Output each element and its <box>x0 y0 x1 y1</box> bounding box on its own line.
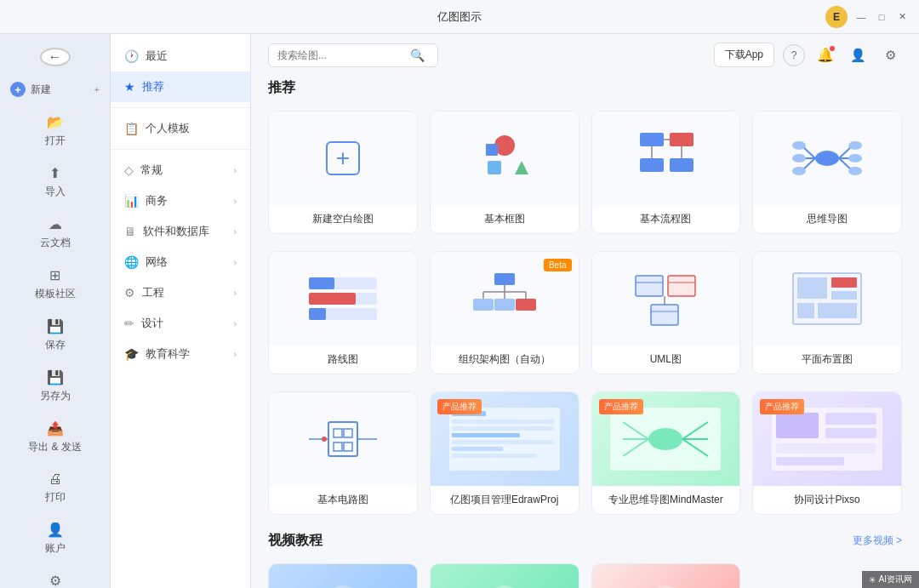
nav-general-label: 常规 <box>140 163 163 178</box>
template-img-basic-frame <box>431 111 579 205</box>
sidebar-saveas-label: 另存为 <box>40 389 71 403</box>
template-card-new-blank[interactable]: + 新建空白绘图 <box>268 111 418 234</box>
svg-point-22 <box>848 154 862 163</box>
app-title: 亿图图示 <box>437 9 482 25</box>
sidebar-item-import[interactable]: ⬆ 导入 <box>0 157 110 208</box>
help-button[interactable]: ? <box>783 44 805 66</box>
settings-button[interactable]: ⚙ <box>878 43 902 67</box>
template-card-route[interactable]: 路线图 <box>268 251 418 374</box>
notification-button[interactable]: 🔔 <box>813 43 837 67</box>
video-section-header: 视频教程 更多视频 > <box>268 532 902 550</box>
import-icon: ⬆ <box>49 165 60 181</box>
close-button[interactable]: ✕ <box>895 10 909 24</box>
svg-rect-27 <box>309 277 334 289</box>
template-card-org-auto[interactable]: Beta 组织架构图（自动） <box>430 251 579 374</box>
template-img-layout <box>753 252 901 345</box>
new-plus-icon: + <box>94 84 100 94</box>
template-card-pixso[interactable]: 产品推荐 协同设计Pixso <box>752 391 902 515</box>
minimize-button[interactable]: — <box>854 10 868 24</box>
watermark-icon: ✳ <box>869 575 876 585</box>
search-box[interactable]: 🔍 <box>268 43 438 67</box>
plus-big-icon: + <box>326 141 360 175</box>
sidebar-item-community[interactable]: ⊞ 模板社区 <box>0 259 110 310</box>
personal-icon: 📋 <box>124 122 139 135</box>
template-card-circuit[interactable]: 基本电路图 <box>268 391 418 515</box>
template-card-mind-map[interactable]: 思维导图 <box>752 111 902 234</box>
nav-item-network[interactable]: 🌐 网络 › <box>111 247 250 277</box>
search-input[interactable] <box>277 49 405 61</box>
search-icon: 🔍 <box>410 49 425 62</box>
save-icon: 💾 <box>47 318 64 334</box>
template-card-mindmaster[interactable]: 产品推荐 专业思维导图MindMaster <box>591 391 741 515</box>
chevron-right-icon-5: › <box>234 288 237 298</box>
nav-item-personal[interactable]: 📋 个人模板 <box>111 113 250 144</box>
video-grid <box>268 563 902 588</box>
svg-rect-43 <box>651 305 678 325</box>
svg-point-58 <box>322 437 327 442</box>
svg-rect-64 <box>452 433 520 437</box>
export-icon: 📤 <box>47 420 64 437</box>
svg-rect-36 <box>473 299 494 311</box>
template-card-basic-frame[interactable]: 基本框图 <box>430 111 579 234</box>
user-profile-button[interactable]: 👤 <box>846 43 870 67</box>
svg-rect-60 <box>449 408 560 471</box>
nav-network-label: 网络 <box>146 254 168 270</box>
nav-item-software[interactable]: 🖥 软件和数据库 › <box>111 216 250 247</box>
user-avatar[interactable]: E <box>825 6 848 28</box>
nav-item-engineering[interactable]: ⚙ 工程 › <box>111 277 250 308</box>
nav-item-education[interactable]: 🎓 教育科学 › <box>111 339 250 369</box>
template-label-edrawproj: 亿图项目管理EdrawProj <box>431 486 579 514</box>
sidebar-import-label: 导入 <box>45 185 66 199</box>
template-card-layout[interactable]: 平面布置图 <box>752 251 902 374</box>
chevron-right-icon-6: › <box>234 319 237 328</box>
nav-design-label: 设计 <box>141 316 163 331</box>
sidebar-open-label: 打开 <box>45 134 66 148</box>
template-label-uml: UML图 <box>592 345 740 374</box>
nav-item-recent[interactable]: 🕐 最近 <box>111 41 250 71</box>
template-card-edrawproj[interactable]: 产品推荐 亿图项目管理EdrawProj <box>430 391 579 515</box>
nav-engineering-label: 工程 <box>142 285 164 300</box>
nav-item-business[interactable]: 📊 商务 › <box>111 186 250 216</box>
template-grid-row3: 基本电路图 <box>268 391 902 515</box>
svg-point-23 <box>848 167 862 175</box>
nav-item-general[interactable]: ◇ 常规 › <box>111 155 250 186</box>
general-icon: ◇ <box>124 163 134 177</box>
svg-rect-79 <box>825 428 876 438</box>
product-badge-pixso: 产品推荐 <box>760 399 804 414</box>
template-label-pixso: 协同设计Pixso <box>753 486 901 514</box>
sidebar-item-options[interactable]: ⚙ 选项 <box>0 564 110 588</box>
sidebar-item-export[interactable]: 📤 导出 & 发送 <box>0 412 110 463</box>
sidebar-item-account[interactable]: 👤 账户 <box>0 513 110 564</box>
template-img-basic-flow <box>592 111 740 205</box>
engineering-icon: ⚙ <box>124 286 135 300</box>
download-app-button[interactable]: 下载App <box>714 43 774 67</box>
beta-badge: Beta <box>544 259 572 271</box>
back-button[interactable]: ← <box>40 48 71 66</box>
sidebar-item-saveas[interactable]: 💾 另存为 <box>0 361 110 412</box>
video-img-3 <box>592 564 740 588</box>
nav-item-design[interactable]: ✏ 设计 › <box>111 308 250 339</box>
main-topbar: 🔍 下载App ? 🔔 👤 ⚙ <box>251 34 919 76</box>
sidebar-item-print[interactable]: 🖨 打印 <box>0 463 110 513</box>
watermark: ✳ AI资讯网 <box>862 571 919 588</box>
template-card-basic-flow[interactable]: 基本流程图 <box>591 111 741 234</box>
more-videos-link[interactable]: 更多视频 > <box>853 534 902 548</box>
svg-rect-55 <box>334 442 342 451</box>
sidebar-item-cloud[interactable]: ☁ 云文档 <box>0 208 110 259</box>
template-card-uml[interactable]: UML图 <box>591 251 741 374</box>
nav-divider-2 <box>111 149 250 150</box>
sidebar-item-new[interactable]: + 新建 + <box>0 73 110 106</box>
svg-rect-37 <box>494 299 515 311</box>
maximize-button[interactable]: □ <box>875 10 888 24</box>
chevron-right-icon-3: › <box>234 227 237 237</box>
sidebar-item-open[interactable]: 📂 打开 <box>0 106 110 157</box>
sidebar-save-label: 保存 <box>45 338 66 352</box>
video-card-2[interactable] <box>430 563 579 588</box>
video-card-3[interactable] <box>591 563 741 588</box>
sidebar-item-save[interactable]: 💾 保存 <box>0 310 110 361</box>
nav-software-label: 软件和数据库 <box>143 224 209 239</box>
nav-item-recommend[interactable]: ★ 推荐 <box>111 71 250 102</box>
video-card-1[interactable] <box>268 563 418 588</box>
template-label-new-blank: 新建空白绘图 <box>269 205 417 233</box>
svg-rect-80 <box>776 443 876 454</box>
